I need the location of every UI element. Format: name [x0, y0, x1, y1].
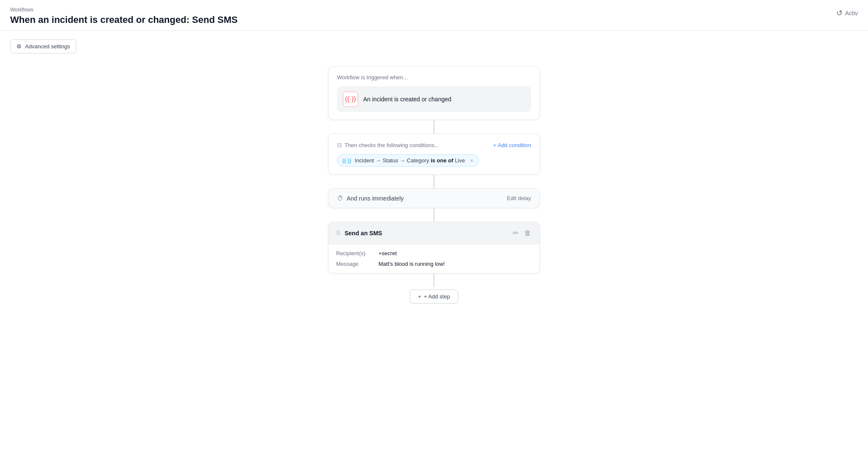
- trigger-header: Workflow is triggered when...: [337, 74, 531, 81]
- header: Workflows When an incident is created or…: [0, 0, 868, 31]
- workflow-canvas: Workflow is triggered when... ((·)) An i…: [0, 62, 868, 329]
- connector-1: [434, 120, 434, 134]
- recipient-row: Recipient(s) +secret: [336, 250, 532, 256]
- trigger-icon-box: ((·)): [343, 92, 358, 107]
- add-step-label: + Add step: [424, 293, 450, 300]
- pencil-icon: ✏: [513, 229, 518, 237]
- condition-pill[interactable]: ((·)) Incident → Status → Category is on…: [337, 154, 479, 167]
- edit-action-button[interactable]: ✏: [512, 228, 519, 238]
- advanced-settings-label: Advanced settings: [25, 43, 70, 50]
- trigger-card: Workflow is triggered when... ((·)) An i…: [328, 66, 540, 120]
- connector-2: [434, 175, 434, 188]
- page-title: When an incident is created or changed: …: [10, 14, 858, 25]
- activity-button[interactable]: ↺ Activ: [836, 8, 858, 18]
- conditions-card: ⊟ Then checks the following conditions..…: [328, 134, 540, 175]
- recipient-label: Recipient(s): [336, 250, 378, 256]
- message-label: Message: [336, 261, 378, 267]
- trigger-item[interactable]: ((·)) An incident is created or changed: [337, 86, 531, 112]
- action-card: ⠿ Send an SMS ✏ 🗑 Recipient(s) +secret M…: [328, 222, 540, 273]
- add-condition-button[interactable]: + Add condition: [493, 142, 531, 148]
- trigger-header-text: Workflow is triggered when...: [337, 74, 408, 81]
- clock-icon: ⏱: [337, 195, 343, 202]
- timing-label: And runs immediately: [347, 195, 404, 202]
- conditions-title: ⊟ Then checks the following conditions..…: [337, 142, 439, 148]
- activity-label: Activ: [845, 10, 858, 17]
- edit-delay-button[interactable]: Edit delay: [507, 195, 531, 201]
- action-body: Recipient(s) +secret Message Matt's bloo…: [328, 244, 540, 273]
- timing-card: ⏱ And runs immediately Edit delay: [328, 188, 540, 208]
- connector-3: [434, 208, 434, 222]
- condition-text: Incident → Status → Category is one of L…: [355, 157, 465, 164]
- connector-4: [434, 273, 434, 287]
- condition-radio-icon: ((·)): [342, 157, 351, 164]
- history-icon: ↺: [836, 8, 843, 18]
- advanced-settings-button[interactable]: ⚙ Advanced settings: [10, 39, 76, 53]
- add-condition-label: + Add condition: [493, 142, 531, 148]
- message-value: Matt's blood is running low!: [378, 261, 445, 267]
- conditions-header-text: Then checks the following conditions...: [345, 142, 439, 148]
- action-title-row: ⠿ Send an SMS: [336, 230, 382, 237]
- trigger-radio-icon: ((·)): [345, 95, 356, 103]
- trigger-label: An incident is created or changed: [363, 96, 451, 103]
- message-row: Message Matt's blood is running low!: [336, 261, 532, 267]
- action-header: ⠿ Send an SMS ✏ 🗑: [328, 222, 540, 244]
- condition-remove-button[interactable]: ×: [470, 158, 473, 164]
- recipient-value: +secret: [378, 250, 397, 256]
- filter-icon: ⊟: [337, 142, 342, 148]
- action-title: Send an SMS: [345, 230, 382, 237]
- trash-icon: 🗑: [524, 229, 531, 237]
- breadcrumb: Workflows: [10, 7, 858, 13]
- drag-handle-icon[interactable]: ⠿: [336, 230, 340, 237]
- plus-icon: +: [418, 293, 421, 300]
- action-icon-group: ✏ 🗑: [512, 228, 532, 238]
- conditions-header: ⊟ Then checks the following conditions..…: [337, 142, 531, 148]
- gear-icon: ⚙: [17, 43, 22, 50]
- add-step-button[interactable]: + + Add step: [410, 290, 458, 304]
- timing-left: ⏱ And runs immediately: [337, 195, 404, 202]
- delete-action-button[interactable]: 🗑: [523, 228, 532, 238]
